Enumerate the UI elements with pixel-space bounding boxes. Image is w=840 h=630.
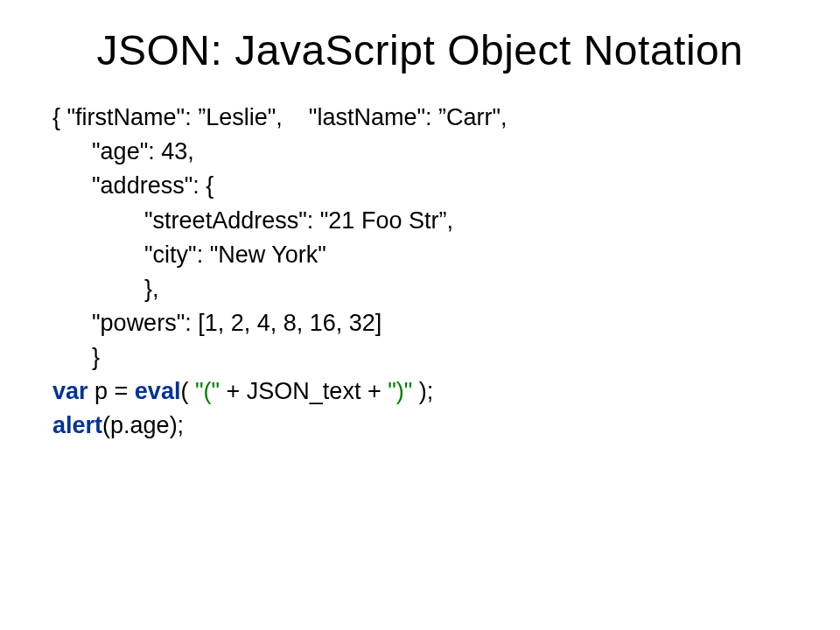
json-line-6: "powers": [1, 2, 4, 8, 16, 32] [52, 310, 382, 336]
json-line-1: "age": 43, [52, 138, 194, 164]
json-line-3: "streetAddress": "21 Foo Str”, [52, 207, 453, 234]
slide: JSON: JavaScript Object Notation { "firs… [0, 0, 840, 630]
slide-title: JSON: JavaScript Object Notation [52, 26, 788, 74]
keyword-var: var [52, 378, 88, 404]
eval-string-1: "(" [188, 378, 226, 404]
var-p-equals: p = [88, 378, 135, 404]
keyword-alert: alert [52, 412, 102, 438]
code-block: { "firstName": ”Leslie", "lastName": ”Ca… [52, 101, 788, 443]
json-line-2: "address": { [52, 172, 214, 199]
eval-plus: + JSON_text + [227, 378, 388, 404]
eval-paren-close: ); [419, 378, 434, 404]
json-line-7: } [52, 344, 100, 370]
json-line-4: "city": "New York" [52, 242, 326, 268]
alert-paren-open: ( [102, 412, 110, 438]
alert-arg: p.age [110, 412, 170, 438]
eval-string-2: ")" [388, 378, 419, 404]
alert-paren-close: ); [170, 412, 185, 438]
json-line-0: { "firstName": ”Leslie", "lastName": ”Ca… [52, 104, 508, 130]
keyword-eval: eval [135, 378, 181, 404]
json-line-5: }, [52, 276, 159, 302]
